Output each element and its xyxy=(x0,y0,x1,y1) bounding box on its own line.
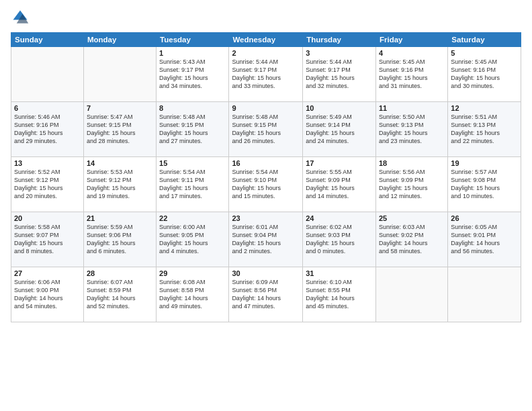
calendar-cell: 18Sunrise: 5:56 AM Sunset: 9:09 PM Dayli… xyxy=(375,157,447,212)
day-number: 26 xyxy=(451,214,518,222)
day-info: Sunrise: 5:49 AM Sunset: 9:14 PM Dayligh… xyxy=(306,113,373,146)
day-number: 29 xyxy=(159,269,226,277)
calendar-cell: 23Sunrise: 6:01 AM Sunset: 9:04 PM Dayli… xyxy=(229,212,303,267)
calendar-cell: 25Sunrise: 6:03 AM Sunset: 9:02 PM Dayli… xyxy=(375,212,447,267)
day-info: Sunrise: 6:06 AM Sunset: 9:00 PM Dayligh… xyxy=(14,278,81,311)
calendar-cell: 31Sunrise: 6:10 AM Sunset: 8:55 PM Dayli… xyxy=(303,267,376,322)
day-info: Sunrise: 6:07 AM Sunset: 8:59 PM Dayligh… xyxy=(87,278,153,311)
day-number: 20 xyxy=(14,214,81,222)
day-info: Sunrise: 6:00 AM Sunset: 9:05 PM Dayligh… xyxy=(159,223,226,256)
logo-icon xyxy=(11,8,30,27)
calendar-cell: 6Sunrise: 5:46 AM Sunset: 9:16 PM Daylig… xyxy=(11,102,84,157)
calendar-cell: 15Sunrise: 5:54 AM Sunset: 9:11 PM Dayli… xyxy=(157,157,229,212)
col-header-saturday: Saturday xyxy=(448,33,521,47)
calendar-cell: 9Sunrise: 5:48 AM Sunset: 9:15 PM Daylig… xyxy=(229,102,303,157)
day-number: 21 xyxy=(87,214,153,222)
col-header-monday: Monday xyxy=(83,33,156,47)
day-number: 10 xyxy=(306,104,373,112)
day-number: 17 xyxy=(306,159,373,167)
calendar-header-row: SundayMondayTuesdayWednesdayThursdayFrid… xyxy=(11,33,521,47)
calendar-cell: 26Sunrise: 6:05 AM Sunset: 9:01 PM Dayli… xyxy=(448,212,521,267)
day-info: Sunrise: 5:47 AM Sunset: 9:15 PM Dayligh… xyxy=(87,113,153,146)
calendar-cell: 11Sunrise: 5:50 AM Sunset: 9:13 PM Dayli… xyxy=(375,102,447,157)
day-number: 8 xyxy=(159,104,226,112)
day-info: Sunrise: 6:10 AM Sunset: 8:55 PM Dayligh… xyxy=(306,278,373,311)
day-number: 14 xyxy=(87,159,153,167)
day-info: Sunrise: 5:58 AM Sunset: 9:07 PM Dayligh… xyxy=(14,223,81,256)
day-number: 23 xyxy=(232,214,300,222)
day-number: 19 xyxy=(451,159,518,167)
calendar-cell: 19Sunrise: 5:57 AM Sunset: 9:08 PM Dayli… xyxy=(448,157,521,212)
calendar-week-2: 6Sunrise: 5:46 AM Sunset: 9:16 PM Daylig… xyxy=(11,102,521,157)
calendar-cell: 20Sunrise: 5:58 AM Sunset: 9:07 PM Dayli… xyxy=(11,212,84,267)
calendar-cell xyxy=(375,267,447,322)
day-number: 30 xyxy=(232,269,300,277)
calendar-cell: 7Sunrise: 5:47 AM Sunset: 9:15 PM Daylig… xyxy=(83,102,156,157)
calendar-cell: 21Sunrise: 5:59 AM Sunset: 9:06 PM Dayli… xyxy=(83,212,156,267)
calendar-cell: 2Sunrise: 5:44 AM Sunset: 9:17 PM Daylig… xyxy=(229,47,303,102)
day-number: 16 xyxy=(232,159,300,167)
day-info: Sunrise: 5:53 AM Sunset: 9:12 PM Dayligh… xyxy=(87,168,153,201)
calendar-cell xyxy=(448,267,521,322)
day-info: Sunrise: 5:54 AM Sunset: 9:10 PM Dayligh… xyxy=(232,168,300,201)
day-number: 2 xyxy=(232,49,300,57)
col-header-wednesday: Wednesday xyxy=(229,33,303,47)
calendar-cell: 5Sunrise: 5:45 AM Sunset: 9:16 PM Daylig… xyxy=(448,47,521,102)
calendar-cell: 22Sunrise: 6:00 AM Sunset: 9:05 PM Dayli… xyxy=(157,212,229,267)
calendar-week-3: 13Sunrise: 5:52 AM Sunset: 9:12 PM Dayli… xyxy=(11,157,521,212)
header xyxy=(11,8,521,27)
calendar-cell: 10Sunrise: 5:49 AM Sunset: 9:14 PM Dayli… xyxy=(303,102,376,157)
calendar-cell: 3Sunrise: 5:44 AM Sunset: 9:17 PM Daylig… xyxy=(303,47,376,102)
day-info: Sunrise: 5:50 AM Sunset: 9:13 PM Dayligh… xyxy=(379,113,445,146)
day-number: 27 xyxy=(14,269,81,277)
col-header-thursday: Thursday xyxy=(303,33,376,47)
day-info: Sunrise: 5:56 AM Sunset: 9:09 PM Dayligh… xyxy=(379,168,445,201)
day-number: 1 xyxy=(159,49,226,57)
day-info: Sunrise: 5:57 AM Sunset: 9:08 PM Dayligh… xyxy=(451,168,518,201)
day-number: 28 xyxy=(87,269,153,277)
day-number: 18 xyxy=(379,159,445,167)
day-number: 11 xyxy=(379,104,445,112)
calendar-cell: 28Sunrise: 6:07 AM Sunset: 8:59 PM Dayli… xyxy=(83,267,156,322)
day-number: 3 xyxy=(306,49,373,57)
day-info: Sunrise: 5:54 AM Sunset: 9:11 PM Dayligh… xyxy=(159,168,226,201)
page: SundayMondayTuesdayWednesdayThursdayFrid… xyxy=(0,0,532,411)
calendar-cell xyxy=(83,47,156,102)
day-info: Sunrise: 6:05 AM Sunset: 9:01 PM Dayligh… xyxy=(451,223,518,256)
calendar-cell: 29Sunrise: 6:08 AM Sunset: 8:58 PM Dayli… xyxy=(157,267,229,322)
day-number: 13 xyxy=(14,159,81,167)
day-info: Sunrise: 5:45 AM Sunset: 9:16 PM Dayligh… xyxy=(451,58,518,91)
day-info: Sunrise: 6:02 AM Sunset: 9:03 PM Dayligh… xyxy=(306,223,373,256)
day-number: 6 xyxy=(14,104,81,112)
day-info: Sunrise: 5:44 AM Sunset: 9:17 PM Dayligh… xyxy=(232,58,300,91)
day-info: Sunrise: 5:48 AM Sunset: 9:15 PM Dayligh… xyxy=(232,113,300,146)
day-info: Sunrise: 5:48 AM Sunset: 9:15 PM Dayligh… xyxy=(159,113,226,146)
day-info: Sunrise: 5:55 AM Sunset: 9:09 PM Dayligh… xyxy=(306,168,373,201)
day-info: Sunrise: 6:01 AM Sunset: 9:04 PM Dayligh… xyxy=(232,223,300,256)
day-info: Sunrise: 5:52 AM Sunset: 9:12 PM Dayligh… xyxy=(14,168,81,201)
day-number: 25 xyxy=(379,214,445,222)
logo xyxy=(11,8,32,27)
day-info: Sunrise: 6:09 AM Sunset: 8:56 PM Dayligh… xyxy=(232,278,300,311)
day-info: Sunrise: 5:51 AM Sunset: 9:13 PM Dayligh… xyxy=(451,113,518,146)
day-number: 7 xyxy=(87,104,153,112)
day-info: Sunrise: 5:44 AM Sunset: 9:17 PM Dayligh… xyxy=(306,58,373,91)
calendar-cell: 30Sunrise: 6:09 AM Sunset: 8:56 PM Dayli… xyxy=(229,267,303,322)
calendar-cell: 12Sunrise: 5:51 AM Sunset: 9:13 PM Dayli… xyxy=(448,102,521,157)
calendar-week-1: 1Sunrise: 5:43 AM Sunset: 9:17 PM Daylig… xyxy=(11,47,521,102)
day-number: 31 xyxy=(306,269,373,277)
day-info: Sunrise: 5:46 AM Sunset: 9:16 PM Dayligh… xyxy=(14,113,81,146)
day-info: Sunrise: 6:03 AM Sunset: 9:02 PM Dayligh… xyxy=(379,223,445,256)
calendar-cell: 13Sunrise: 5:52 AM Sunset: 9:12 PM Dayli… xyxy=(11,157,84,212)
calendar-cell: 27Sunrise: 6:06 AM Sunset: 9:00 PM Dayli… xyxy=(11,267,84,322)
calendar-cell: 1Sunrise: 5:43 AM Sunset: 9:17 PM Daylig… xyxy=(157,47,229,102)
col-header-friday: Friday xyxy=(375,33,447,47)
day-number: 9 xyxy=(232,104,300,112)
calendar-cell: 16Sunrise: 5:54 AM Sunset: 9:10 PM Dayli… xyxy=(229,157,303,212)
day-number: 24 xyxy=(306,214,373,222)
day-number: 12 xyxy=(451,104,518,112)
day-number: 15 xyxy=(159,159,226,167)
col-header-tuesday: Tuesday xyxy=(157,33,229,47)
calendar-week-4: 20Sunrise: 5:58 AM Sunset: 9:07 PM Dayli… xyxy=(11,212,521,267)
calendar-week-5: 27Sunrise: 6:06 AM Sunset: 9:00 PM Dayli… xyxy=(11,267,521,322)
